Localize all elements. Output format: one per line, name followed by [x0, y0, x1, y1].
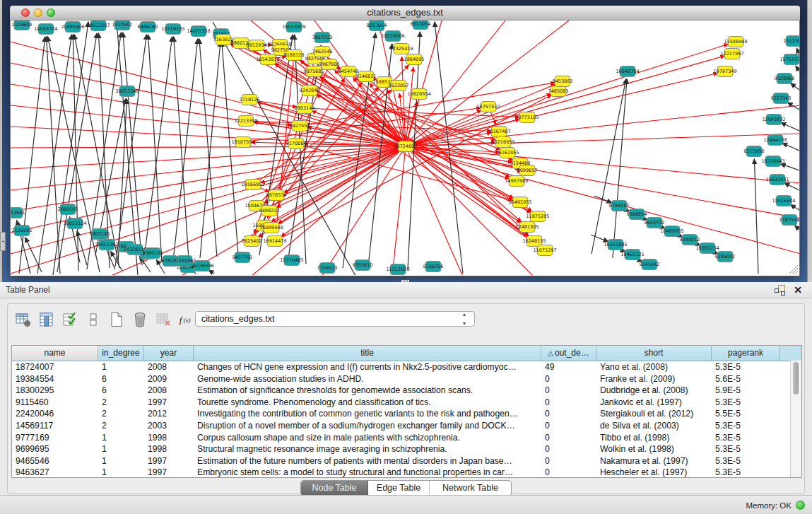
table-cell[interactable]: 0: [541, 420, 596, 432]
tab-network-table[interactable]: Network Table: [430, 481, 511, 496]
network-canvas[interactable]: 1872400721036041405572420891406106532871…: [11, 21, 799, 275]
table-cell[interactable]: Embryonic stem cells: a model to study s…: [194, 467, 541, 478]
table-cell[interactable]: 2: [98, 408, 144, 420]
table-cell[interactable]: 2009: [144, 373, 194, 385]
table-cell[interactable]: 1997: [144, 467, 194, 478]
table-cell[interactable]: 0: [541, 373, 596, 385]
table-cell[interactable]: 5.3E-5: [712, 455, 780, 467]
table-cell[interactable]: 5.5E-5: [712, 408, 780, 420]
table-cell[interactable]: 5.3E-5: [712, 443, 780, 455]
table-cell[interactable]: 14569117: [12, 420, 98, 432]
table-cell[interactable]: 0: [541, 443, 596, 455]
table-cell[interactable]: Jankovic et al. (1997): [596, 397, 712, 409]
table-cell[interactable]: 5.3E-5: [712, 467, 780, 478]
table-cell[interactable]: 6: [98, 385, 144, 397]
table-cell[interactable]: 9463627: [12, 467, 98, 478]
table-cell[interactable]: 5.9E-5: [712, 385, 780, 397]
function-builder-icon[interactable]: f(x): [178, 311, 195, 328]
table-cell[interactable]: 9777169: [12, 432, 98, 444]
table-cell[interactable]: Disruption of a novel member of a sodium…: [194, 420, 541, 432]
table-row[interactable]: 946362711997Embryonic stem cells: a mode…: [12, 467, 801, 478]
table-cell[interactable]: Changes of HCN gene expression and I(f) …: [194, 361, 541, 373]
table-cell[interactable]: 5.3E-5: [712, 420, 780, 432]
table-cell[interactable]: Stergiakouli et al. (2012): [596, 408, 712, 420]
table-cell[interactable]: 1998: [144, 443, 194, 455]
table-row[interactable]: 1830029562008Estimation of significance …: [12, 385, 801, 397]
table-row[interactable]: 1456911722003Disruption of a novel membe…: [12, 420, 801, 432]
table-cell[interactable]: 2003: [144, 420, 194, 432]
table-row[interactable]: 946554611997Estimation of the future num…: [12, 455, 801, 467]
table-row[interactable]: 1938455462009Genome-wide association stu…: [12, 373, 801, 385]
table-cell[interactable]: 0: [541, 397, 596, 409]
table-row[interactable]: 969969511998Structural magnetic resonanc…: [12, 443, 801, 455]
select-all-rows-icon[interactable]: [61, 311, 78, 328]
table-cell[interactable]: 2008: [144, 385, 194, 397]
table-cell[interactable]: 0: [541, 385, 596, 397]
table-cell[interactable]: 5.3E-5: [712, 397, 780, 409]
table-cell[interactable]: 19384554: [12, 373, 98, 385]
window-titlebar[interactable]: citations_edges.txt: [10, 6, 800, 21]
window-resize-grip[interactable]: [789, 265, 798, 274]
table-cell[interactable]: Corpus callosum shape and size in male p…: [194, 432, 541, 444]
table-cell[interactable]: 0: [541, 455, 596, 467]
table-select-dropdown[interactable]: citations_edges.txt: [195, 311, 475, 327]
tab-node-table[interactable]: Node Table: [301, 481, 368, 496]
table-cell[interactable]: 5.3E-5: [712, 432, 780, 444]
column-header-in_degree[interactable]: in_degree: [98, 346, 144, 361]
column-edit-icon[interactable]: [38, 311, 55, 328]
table-cell[interactable]: Genome-wide association studies in ADHD.: [194, 373, 541, 385]
table-cell[interactable]: Yano et al. (2008): [596, 361, 712, 373]
delete-table-icon[interactable]: [155, 311, 172, 328]
table-cell[interactable]: 2: [98, 420, 144, 432]
table-cell[interactable]: Estimation of significance thresholds fo…: [194, 385, 541, 397]
unselect-rows-icon[interactable]: [85, 311, 102, 328]
table-cell[interactable]: 1: [98, 443, 144, 455]
table-settings-icon[interactable]: [15, 311, 32, 328]
table-cell[interactable]: 0: [541, 408, 596, 420]
table-cell[interactable]: Tourette syndrome. Phenomenology and cla…: [194, 397, 541, 409]
table-cell[interactable]: 1998: [144, 432, 194, 444]
column-header-name[interactable]: name: [12, 346, 98, 361]
table-cell[interactable]: 2008: [144, 361, 194, 373]
table-cell[interactable]: 22420046: [12, 408, 98, 420]
left-panel-collapse-handle[interactable]: ◂: [0, 232, 6, 251]
table-cell[interactable]: 1: [98, 455, 144, 467]
table-cell[interactable]: 9465546: [12, 455, 98, 467]
table-row[interactable]: 2242004622012Investigating the contribut…: [12, 408, 801, 420]
vertical-scrollbar[interactable]: [790, 361, 801, 477]
table-cell[interactable]: 6: [98, 373, 144, 385]
new-document-icon[interactable]: [108, 311, 125, 328]
table-row[interactable]: 1872400712008Changes of HCN gene express…: [12, 361, 801, 373]
table-cell[interactable]: Investigating the contribution of common…: [194, 408, 541, 420]
column-header-title[interactable]: title: [194, 346, 541, 361]
delete-rows-icon[interactable]: [131, 311, 148, 328]
close-panel-icon[interactable]: [792, 284, 804, 296]
table-cell[interactable]: Tibbo et al. (1998): [596, 432, 712, 444]
scrollbar-thumb[interactable]: [793, 362, 799, 395]
table-cell[interactable]: 18724007: [12, 361, 98, 373]
column-header-year[interactable]: year: [144, 346, 194, 361]
table-cell[interactable]: Hescheler et al. (1997): [596, 467, 712, 478]
column-header-out_de[interactable]: △out_de…: [541, 346, 596, 361]
table-cell[interactable]: 9115460: [12, 397, 98, 409]
table-cell[interactable]: Structural magnetic resonance image aver…: [194, 443, 541, 455]
table-cell[interactable]: de Silva et al. (2003): [596, 420, 712, 432]
table-cell[interactable]: 2012: [144, 408, 194, 420]
table-cell[interactable]: 18300295: [12, 385, 98, 397]
table-cell[interactable]: 1: [98, 361, 144, 373]
table-cell[interactable]: 1997: [144, 455, 194, 467]
float-panel-icon[interactable]: [775, 285, 785, 294]
table-cell[interactable]: Wolkin et al. (1998): [596, 443, 712, 455]
table-cell[interactable]: Dudbridge et al. (2008): [596, 385, 712, 397]
table-cell[interactable]: 0: [541, 467, 596, 478]
table-cell[interactable]: 0: [541, 432, 596, 444]
column-header-short[interactable]: short: [596, 346, 712, 361]
tab-edge-table[interactable]: Edge Table: [368, 481, 430, 496]
table-row[interactable]: 977716911998Corpus callosum shape and si…: [12, 432, 801, 444]
table-cell[interactable]: 9699695: [12, 443, 98, 455]
table-cell[interactable]: Franke et al. (2009): [596, 373, 712, 385]
table-cell[interactable]: 5.3E-5: [712, 361, 780, 373]
table-row[interactable]: 911546021997Tourette syndrome. Phenomeno…: [12, 397, 801, 409]
table-cell[interactable]: 1997: [144, 397, 194, 409]
column-header-pagerank[interactable]: pagerank: [712, 346, 780, 361]
